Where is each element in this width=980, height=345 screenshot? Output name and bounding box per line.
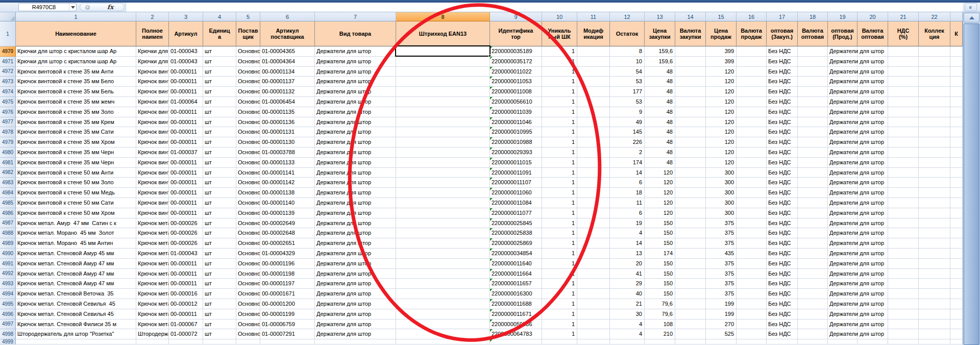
cell[interactable]: Крючок винтовой к стене 35 мм Черн [136,158,169,168]
cell[interactable] [888,57,919,67]
cell[interactable] [919,188,950,198]
cell[interactable] [857,339,888,344]
cell[interactable] [737,57,767,67]
cell[interactable]: 79,6 [645,299,675,309]
cell[interactable] [675,309,706,319]
cell[interactable] [798,279,828,289]
cell[interactable] [737,339,767,344]
cell[interactable]: 00-000011 [169,67,203,77]
cell[interactable]: 00-00001131 [260,127,315,137]
cell[interactable]: Держатели для штор [315,259,396,269]
row-header[interactable]: 4986 [0,208,16,218]
cell[interactable]: 48 [645,147,675,158]
cell[interactable]: Крючок метал. Амур 47 мм Сатин с к [136,218,169,229]
cell[interactable] [396,97,490,107]
cell[interactable]: 2200000010988 [490,137,542,147]
cell[interactable]: Крючок винтовой к стене 35 мм Бель [16,87,136,97]
cell[interactable]: 150 [645,289,675,299]
cell[interactable]: Держатели для штор [315,178,396,188]
column-header[interactable]: Уникаль ный ШК [542,21,577,46]
cell[interactable]: 01-00007291 [260,329,315,339]
cell[interactable]: Крючок метал. Стеновой Амур 47 мм [16,279,136,289]
cell[interactable]: Основной [236,57,260,67]
cell[interactable]: Без НДС [767,188,798,198]
cell[interactable]: Держатели для штор [828,188,857,198]
cell[interactable] [577,158,610,168]
cell[interactable]: Крючки для штор с кристалом шар Ар [16,57,136,67]
cell[interactable]: 199 [706,309,737,319]
cell[interactable]: 14 [610,168,645,178]
cell[interactable] [919,238,950,249]
cell[interactable] [396,299,490,309]
cell[interactable]: Основной [236,228,260,238]
cell[interactable]: Крючок метал. Стеновой Амур 47 мм [136,279,169,289]
row-header[interactable]: 4989 [0,238,16,249]
cell[interactable]: 2200000029393 [490,147,542,158]
column-header[interactable]: Модиф икация [577,21,610,46]
cell[interactable]: 1 [542,147,577,158]
cell[interactable] [737,249,767,259]
cell[interactable]: Держатели для штор [315,228,396,238]
cell[interactable]: Основной [236,147,260,158]
cell[interactable]: Крючок винтовой к стене 50 мм Медь [136,188,169,198]
cell[interactable]: Основной [236,329,260,339]
cell[interactable] [950,147,963,158]
cell[interactable] [888,228,919,238]
cell[interactable] [798,309,828,319]
cell[interactable] [798,77,828,87]
cell[interactable] [950,329,963,339]
cell[interactable]: 00-00001198 [260,269,315,279]
cell[interactable] [798,127,828,137]
cell[interactable]: 18 [610,188,645,198]
cell[interactable]: 00-000011 [169,127,203,137]
cell[interactable] [396,67,490,77]
cell[interactable]: Без НДС [767,158,798,168]
cell[interactable] [737,137,767,147]
row-header[interactable]: 4971 [0,57,16,67]
cell[interactable]: 1 [542,228,577,238]
cell[interactable]: Без НДС [767,97,798,107]
cell[interactable]: 210 [645,329,675,339]
cell[interactable]: Держатели для штор [828,137,857,147]
cell[interactable]: 2200000011688 [490,299,542,309]
cell[interactable]: шт [203,117,236,128]
cell[interactable] [675,46,706,57]
column-number[interactable]: 5 [236,12,260,21]
column-number[interactable]: 6 [260,12,315,21]
row-header[interactable]: 4983 [0,178,16,188]
cell[interactable]: Держатели для штор [828,269,857,279]
cell[interactable] [888,309,919,319]
row-header[interactable]: 4993 [0,279,16,289]
cell[interactable]: 2200000056610 [490,97,542,107]
cell[interactable]: 4 [610,319,645,330]
cell[interactable] [737,208,767,218]
column-header[interactable]: Наименование [16,21,136,46]
cell[interactable]: шт [203,299,236,309]
cell[interactable]: Крючок винтовой к стене 50 мм Анти [16,168,136,178]
cell[interactable] [675,228,706,238]
cell[interactable] [396,107,490,117]
cell[interactable]: Основной [236,269,260,279]
cell[interactable]: Держатели для штор [828,259,857,269]
cell[interactable]: Основной [236,218,260,229]
name-box-dropdown-button[interactable] [69,4,76,11]
cell[interactable] [888,289,919,299]
cell[interactable] [950,168,963,178]
cell[interactable]: 00-00002649 [260,218,315,229]
cell[interactable]: 1 [542,107,577,117]
cell[interactable] [798,158,828,168]
column-number[interactable]: 19 [828,12,857,21]
column-number[interactable]: 7 [315,12,396,21]
cell[interactable]: Держатели для штор [828,107,857,117]
row-header[interactable]: 4998 [0,329,16,339]
cell[interactable]: Держатели для штор [315,147,396,158]
cell[interactable] [737,97,767,107]
cell[interactable] [919,107,950,117]
cell[interactable]: Без НДС [767,178,798,188]
cell[interactable]: шт [203,67,236,77]
cell[interactable] [950,77,963,87]
cell[interactable]: 00-000026 [169,228,203,238]
cell[interactable]: 120 [706,117,737,128]
cell[interactable]: 00-000011 [169,107,203,117]
cell[interactable] [919,279,950,289]
